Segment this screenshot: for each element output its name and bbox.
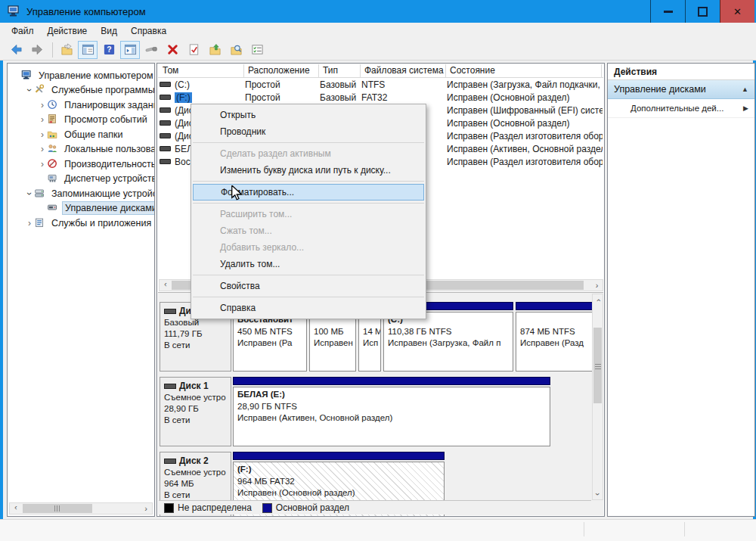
partition-body[interactable]: 100 МБИсправен <box>309 312 356 372</box>
tree-item-tools[interactable]: ›Служебные программы <box>25 83 155 98</box>
tree-item-disk-management[interactable]: Управление дисками <box>38 201 155 216</box>
partition-body[interactable]: 14 МИсп <box>358 312 381 372</box>
chevron-collapsed-icon[interactable]: › <box>38 114 47 125</box>
toolbar-button-back-arrow[interactable] <box>6 41 26 59</box>
scroll-thumb[interactable] <box>23 504 92 513</box>
context-menu-item[interactable]: Изменить букву диска или путь к диску... <box>191 162 426 179</box>
folder-search-icon <box>230 43 243 56</box>
menu-вид[interactable]: Вид <box>94 23 124 39</box>
toolbar-button-forward-arrow[interactable] <box>27 41 47 59</box>
help-icon: ? <box>103 43 116 56</box>
toolbar-button-delete-x[interactable] <box>163 41 182 59</box>
tree-item-label: Управление дисками <box>62 201 155 215</box>
partition-body[interactable]: Восстановит450 МБ NTFSИсправен (Ра <box>233 312 307 372</box>
toolbar-button-folder-search[interactable] <box>226 41 246 59</box>
forward-arrow-icon <box>31 43 44 56</box>
menu-файл[interactable]: Файл <box>5 23 41 39</box>
console-tree-panel: Управление компьютером (л›Служебные прог… <box>7 63 155 517</box>
volume-cell: Исправен (Шифрованный (EFI) систе <box>447 104 603 118</box>
tree-item-storage[interactable]: ›Запоминающие устройст <box>25 186 155 201</box>
scroll-up-button[interactable]: › <box>593 294 603 306</box>
toolbar-button-console-tree-toggle[interactable] <box>78 41 98 59</box>
event-log-icon <box>47 113 58 125</box>
volume-row[interactable]: (C:)ПростойБазовыйNTFSИсправен (Загрузка… <box>158 79 603 92</box>
disk-icon <box>164 309 176 314</box>
scroll-left-button[interactable]: › <box>160 280 171 291</box>
toolbar-button-folder-up[interactable] <box>205 41 225 59</box>
disk-info-line: Съемное устро <box>164 467 227 478</box>
context-menu-item[interactable]: Форматировать... <box>193 184 424 201</box>
context-menu-item[interactable]: Открыть <box>191 107 426 123</box>
column-header-2[interactable]: Расположение <box>244 64 319 77</box>
partition-size: 450 МБ NTFS <box>237 326 302 337</box>
volume-row[interactable]: (F:)ПростойБазовыйFAT32Исправен (Основно… <box>158 92 603 104</box>
submenu-arrow-icon: ▶ <box>743 104 748 112</box>
column-header-3[interactable]: Тип <box>319 64 361 77</box>
context-menu-item: Расширить том... <box>191 206 426 222</box>
volume-icon <box>160 120 171 126</box>
scroll-right-button[interactable]: › <box>140 503 152 514</box>
tree-horizontal-scrollbar[interactable]: › › <box>9 502 153 515</box>
chevron-collapsed-icon[interactable]: › <box>25 218 34 229</box>
actions-group-disk-management[interactable]: Управление дисками ▲ <box>608 80 754 99</box>
scroll-down-button[interactable]: › <box>593 488 603 499</box>
tree-item-clock[interactable]: ›Планировщик заданий <box>38 98 155 112</box>
legend-label: Основной раздел <box>276 502 349 513</box>
close-button[interactable]: ✕ <box>720 0 754 23</box>
disk-icon <box>164 459 176 464</box>
toolbar-button-check-document[interactable] <box>184 41 203 59</box>
tree-item-users[interactable]: ›Локальные пользовате <box>38 142 155 157</box>
scroll-right-button[interactable]: › <box>591 280 603 291</box>
partition-block[interactable]: БЕЛАЯ (E:)28,90 ГБ NTFSИсправен (Активен… <box>233 377 550 446</box>
computer-management-window: Управление компьютером ✕ ФайлДействиеВид… <box>0 0 756 541</box>
column-header-4[interactable]: Файловая система <box>361 64 446 77</box>
context-menu-item[interactable]: Свойства <box>191 278 426 294</box>
menu-separator <box>193 181 424 182</box>
context-menu-item[interactable]: Удалить том... <box>191 256 426 272</box>
context-menu-item: Сделать раздел активным <box>191 145 426 162</box>
tree-item-performance[interactable]: ›Производительность <box>38 157 155 171</box>
partition-block[interactable]: 874 МБ NTFSИсправен (Разд <box>516 302 593 372</box>
column-header-5[interactable]: Состояние <box>446 64 602 77</box>
chevron-collapsed-icon[interactable]: › <box>38 144 47 154</box>
disk-label[interactable]: Диск 1Съемное устро28,90 ГБВ сети <box>160 377 231 446</box>
toolbar-button-attach-tool[interactable] <box>141 41 161 59</box>
disk-info-line: В сети <box>164 490 227 501</box>
toolbar-button-help[interactable]: ? <box>99 41 119 59</box>
menu-bar: ФайлДействиеВидСправка <box>0 23 756 39</box>
tree-item-device-manager[interactable]: Диспетчер устройств <box>38 172 155 186</box>
tree-item-computer[interactable]: Управление компьютером (л <box>12 68 155 82</box>
menu-separator <box>193 142 424 143</box>
status-bar <box>0 519 756 541</box>
tree-item-services[interactable]: ›Службы и приложения <box>25 216 153 230</box>
chevron-collapsed-icon[interactable]: › <box>38 159 47 169</box>
title-bar[interactable]: Управление компьютером ✕ <box>0 0 756 23</box>
partition-body[interactable]: (C:)110,38 ГБ NTFSИсправен (Загрузка, Фа… <box>383 312 513 372</box>
disk-vertical-scrollbar[interactable]: › › <box>592 294 603 500</box>
tree-item-event-log[interactable]: ›Просмотр событий <box>38 113 150 127</box>
context-menu-item[interactable]: Справка <box>191 300 426 316</box>
toolbar-button-action-pane-toggle[interactable] <box>120 41 140 59</box>
chevron-collapsed-icon[interactable]: › <box>38 129 47 140</box>
partition-body[interactable]: БЕЛАЯ (E:)28,90 ГБ NTFSИсправен (Активен… <box>233 387 550 446</box>
menu-справка[interactable]: Справка <box>124 23 173 39</box>
toolbar-button-export-list[interactable] <box>57 41 76 59</box>
context-menu-item[interactable]: Проводник <box>191 123 426 140</box>
chevron-expanded-icon[interactable]: › <box>24 189 35 198</box>
chevron-collapsed-icon[interactable]: › <box>38 100 47 110</box>
collapse-arrow-icon[interactable]: ▲ <box>742 86 748 93</box>
volume-context-menu: ОткрытьПроводникСделать раздел активнымИ… <box>191 104 426 319</box>
chevron-expanded-icon[interactable]: › <box>24 86 35 95</box>
minimize-button[interactable] <box>650 0 685 23</box>
tree-item-shared-folder[interactable]: ›Общие папки <box>38 127 125 141</box>
toolbar-button-properties-list[interactable] <box>247 41 267 59</box>
volume-cell: Исправен (Основной раздел) <box>447 92 603 105</box>
maximize-button[interactable] <box>685 0 720 23</box>
actions-more-item[interactable]: Дополнительные дей... ▶ <box>608 99 754 118</box>
column-header-1[interactable]: Том <box>159 64 244 77</box>
menu-действие[interactable]: Действие <box>41 23 94 39</box>
scroll-left-button[interactable]: › <box>10 503 22 514</box>
partition-body[interactable]: 874 МБ NTFSИсправен (Разд <box>516 312 593 372</box>
volume-cell: Исправен (Загрузка, Файл подкачки, <box>447 79 603 92</box>
scroll-thumb[interactable] <box>593 328 602 403</box>
